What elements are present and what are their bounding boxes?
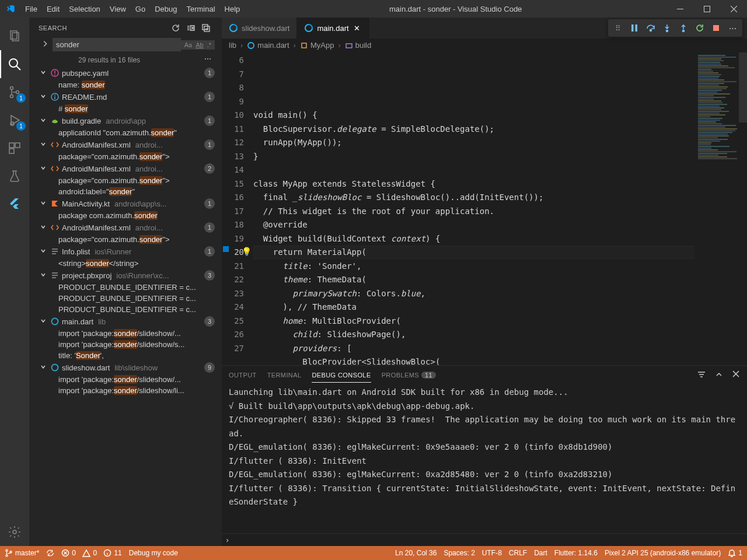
close-icon[interactable]: ✕ (352, 24, 362, 33)
branch-indicator[interactable]: master* (5, 549, 39, 557)
search-match[interactable]: package="com.azimuth.sonder"> (29, 175, 222, 186)
more-options-icon[interactable]: ⋯ (204, 55, 211, 63)
test-icon[interactable] (0, 162, 29, 190)
settings-gear-icon[interactable] (0, 518, 29, 546)
minimap-slider[interactable] (739, 52, 747, 123)
menu-help[interactable]: Help (220, 1, 245, 17)
chevron-right-icon[interactable] (41, 40, 50, 50)
lightbulb-icon[interactable]: 💡 (242, 245, 252, 259)
clear-search-icon[interactable] (184, 22, 197, 34)
menu-terminal[interactable]: Terminal (181, 1, 219, 17)
menu-go[interactable]: Go (131, 1, 150, 17)
search-file-header[interactable]: AndroidManifest.xmlandroi...2 (29, 162, 222, 175)
search-file-header[interactable]: Info.plistios\Runner1 (29, 245, 222, 258)
search-file-header[interactable]: pubspec.yaml1 (29, 66, 222, 79)
restart-icon[interactable] (692, 20, 707, 36)
tab-problems[interactable]: PROBLEMS11 (382, 368, 436, 382)
stop-icon[interactable] (708, 20, 724, 36)
search-match[interactable]: import 'package:sonder/slideshow/s... (29, 339, 222, 350)
breadcrumb-segment[interactable]: build (355, 41, 371, 50)
panel-close-icon[interactable] (732, 370, 740, 380)
search-match[interactable]: PRODUCT_BUNDLE_IDENTIFIER = c... (29, 304, 222, 315)
search-icon[interactable] (0, 50, 29, 78)
search-match[interactable]: title: 'Sonder', (29, 350, 222, 361)
more-debug-icon[interactable]: ⋯ (725, 20, 740, 36)
step-into-icon[interactable] (659, 20, 675, 36)
search-match[interactable]: <string>sonder</string> (29, 258, 222, 269)
menu-view[interactable]: View (105, 1, 131, 17)
sync-icon[interactable] (46, 549, 54, 557)
step-over-icon[interactable] (643, 20, 658, 36)
search-file-header[interactable]: README.md1 (29, 90, 222, 103)
menu-edit[interactable]: Edit (42, 1, 64, 17)
search-match[interactable]: PRODUCT_BUNDLE_IDENTIFIER = c... (29, 282, 222, 293)
collapse-all-icon[interactable] (200, 22, 212, 34)
search-file-header[interactable]: AndroidManifest.xmlandroi...1 (29, 221, 222, 234)
search-match[interactable]: PRODUCT_BUNDLE_IDENTIFIER = c... (29, 293, 222, 304)
menu-file[interactable]: File (20, 1, 42, 17)
search-match[interactable]: name: sonder (29, 79, 222, 90)
editor-tab[interactable]: main.dart✕ (297, 18, 369, 38)
code-editor[interactable]: void main() { BlocSupervisor.delegate = … (253, 52, 747, 365)
search-match[interactable]: package="com.azimuth.sonder"> (29, 151, 222, 162)
notifications-icon[interactable]: 1 (728, 549, 742, 557)
debug-target[interactable]: Debug my code (129, 549, 178, 557)
pause-icon[interactable] (627, 20, 642, 36)
breadcrumb-segment[interactable]: MyApp (310, 41, 334, 50)
device-selector[interactable]: Pixel 2 API 25 (android-x86 emulator) (605, 549, 721, 557)
breadcrumb[interactable]: lib›main.dart›MyApp›build (222, 38, 747, 52)
flutter-icon[interactable] (0, 190, 29, 218)
tab-output[interactable]: OUTPUT (229, 368, 257, 382)
search-file-header[interactable]: build.gradleandroid\app1 (29, 114, 222, 127)
menu-debug[interactable]: Debug (150, 1, 181, 17)
search-match[interactable]: import 'package:sonder/slideshow/li... (29, 385, 222, 396)
search-match[interactable]: # sonder (29, 103, 222, 114)
search-input[interactable] (53, 38, 181, 51)
source-control-icon[interactable]: 1 (0, 78, 29, 106)
search-match[interactable]: applicationId "com.azimuth.sonder" (29, 127, 222, 138)
drag-handle-icon[interactable]: ⠿ (610, 20, 626, 36)
breadcrumb-segment[interactable]: main.dart (257, 41, 289, 50)
problems-indicator[interactable]: 0 0 11 (61, 549, 121, 557)
regex-icon[interactable]: .* (206, 41, 212, 48)
search-match[interactable]: android:label="sonder" (29, 186, 222, 197)
language-mode[interactable]: Dart (534, 549, 547, 557)
refresh-icon[interactable] (169, 22, 182, 34)
maximize-button[interactable] (693, 0, 720, 18)
search-file-header[interactable]: slideshow.dartlib\slideshow9 (29, 361, 222, 374)
search-match[interactable]: package com.azimuth.sonder (29, 210, 222, 221)
breakpoint-marker[interactable] (223, 246, 229, 252)
search-file-header[interactable]: AndroidManifest.xmlandroi...1 (29, 138, 222, 151)
search-results[interactable]: pubspec.yaml1name: sonderREADME.md1# son… (29, 66, 222, 546)
breadcrumb-segment[interactable]: lib (229, 41, 236, 50)
search-file-header[interactable]: project.pbxprojios\Runner\xc...3 (29, 269, 222, 282)
search-file-header[interactable]: MainActivity.ktandroid\app\s...1 (29, 197, 222, 210)
step-out-icon[interactable] (676, 20, 691, 36)
search-file-header[interactable]: main.dartlib3 (29, 315, 222, 328)
debug-console-output[interactable]: Launching lib\main.dart on Android SDK b… (222, 384, 747, 533)
encoding[interactable]: UTF-8 (482, 549, 502, 557)
panel-collapse-icon[interactable] (714, 370, 724, 380)
tab-debug-console[interactable]: DEBUG CONSOLE (312, 368, 371, 383)
filter-icon[interactable] (697, 370, 706, 380)
flutter-version[interactable]: Flutter: 1.14.6 (554, 549, 598, 557)
editor-tab[interactable]: slideshow.dart (222, 18, 297, 38)
svg-point-7 (11, 95, 13, 98)
search-match[interactable]: import 'package:sonder/slideshow/... (29, 374, 222, 385)
search-match[interactable]: import 'package:sonder/slideshow/... (29, 328, 222, 339)
whole-word-icon[interactable]: Ab (194, 41, 204, 48)
match-case-icon[interactable]: Aa (183, 41, 193, 48)
menu-selection[interactable]: Selection (64, 1, 104, 17)
eol[interactable]: CRLF (509, 549, 527, 557)
minimap[interactable] (694, 52, 747, 365)
search-match[interactable]: package="com.azimuth.sonder"> (29, 234, 222, 245)
tab-terminal[interactable]: TERMINAL (267, 368, 302, 382)
debug-icon[interactable]: 1 (0, 106, 29, 134)
close-button[interactable] (720, 0, 747, 18)
extensions-icon[interactable] (0, 134, 29, 162)
debug-console-input-caret[interactable]: › (222, 533, 747, 546)
explorer-icon[interactable] (0, 22, 29, 50)
cursor-position[interactable]: Ln 20, Col 36 (395, 549, 437, 557)
indentation[interactable]: Spaces: 2 (444, 549, 474, 557)
minimize-button[interactable] (666, 0, 693, 18)
